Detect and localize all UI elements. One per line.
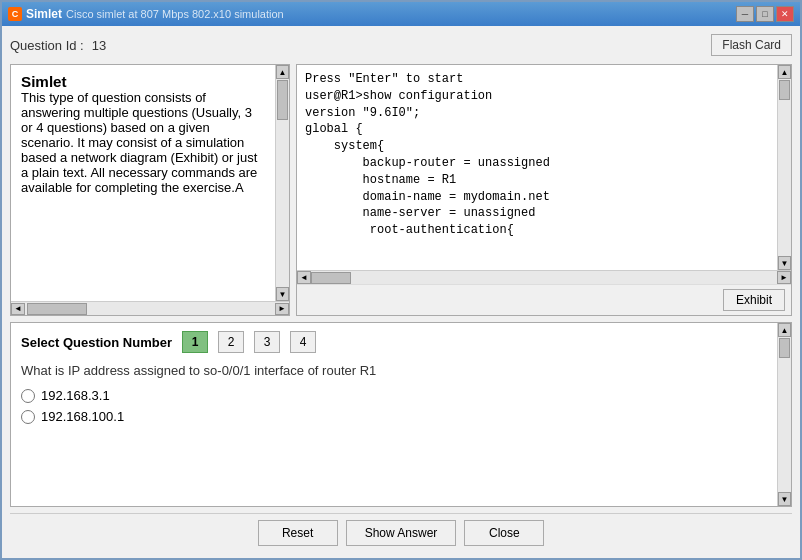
scroll-track (276, 121, 289, 287)
terminal-horizontal-scrollbar[interactable]: ◄ ► (297, 270, 791, 284)
app-icon: C (8, 7, 22, 21)
bottom-scroll-track (778, 337, 791, 492)
middle-section: Simlet This type of question consists of… (10, 64, 792, 316)
radio-label-1: 192.168.3.1 (41, 388, 110, 403)
question-id-value: 13 (92, 38, 106, 53)
maximize-button[interactable]: □ (756, 6, 774, 22)
footer: Reset Show Answer Close (10, 513, 792, 552)
window-title-suffix: Cisco simlet at 807 Mbps 802.x10 simulat… (66, 8, 284, 20)
left-panel: Simlet This type of question consists of… (10, 64, 290, 316)
bottom-scroll-up[interactable]: ▲ (778, 323, 791, 337)
question-id-section: Question Id : 13 (10, 38, 106, 53)
scroll-thumb[interactable] (277, 80, 288, 120)
radio-input-2[interactable] (21, 410, 35, 424)
window-close-button[interactable]: ✕ (776, 6, 794, 22)
left-horizontal-scrollbar[interactable]: ◄ ► (11, 301, 289, 315)
terminal-hscroll-right[interactable]: ► (777, 271, 791, 284)
terminal-area: Press "Enter" to start user@R1>show conf… (297, 65, 791, 270)
question-number-4[interactable]: 4 (290, 331, 316, 353)
title-bar-left: C Simlet Cisco simlet at 807 Mbps 802.x1… (8, 7, 284, 21)
exhibit-bar: Exhibit (297, 284, 791, 315)
question-number-1[interactable]: 1 (182, 331, 208, 353)
question-id-label: Question Id : (10, 38, 84, 53)
scroll-right-button[interactable]: ► (275, 303, 289, 315)
terminal-content[interactable]: Press "Enter" to start user@R1>show conf… (297, 65, 777, 270)
title-bar-controls: ─ □ ✕ (736, 6, 794, 22)
terminal-scroll-thumb[interactable] (779, 80, 790, 100)
terminal-vertical-scrollbar[interactable]: ▲ ▼ (777, 65, 791, 270)
scroll-up-button[interactable]: ▲ (276, 65, 289, 79)
simlet-heading: Simlet (21, 73, 265, 90)
radio-option-2: 192.168.100.1 (21, 409, 767, 424)
radio-input-1[interactable] (21, 389, 35, 403)
content-area: Question Id : 13 Flash Card Simlet This … (2, 26, 800, 558)
radio-option-1: 192.168.3.1 (21, 388, 767, 403)
question-number-2[interactable]: 2 (218, 331, 244, 353)
show-answer-button[interactable]: Show Answer (346, 520, 457, 546)
terminal-scroll-up[interactable]: ▲ (778, 65, 791, 79)
flash-card-button[interactable]: Flash Card (711, 34, 792, 56)
bottom-scroll-thumb[interactable] (779, 338, 790, 358)
bottom-vertical-scrollbar[interactable]: ▲ ▼ (777, 323, 791, 506)
terminal-scroll-track (778, 79, 791, 256)
scroll-down-button[interactable]: ▼ (276, 287, 289, 301)
select-question-label: Select Question Number (21, 335, 172, 350)
close-button[interactable]: Close (464, 520, 544, 546)
left-vertical-scrollbar[interactable]: ▲ ▼ (275, 65, 289, 301)
main-window: C Simlet Cisco simlet at 807 Mbps 802.x1… (0, 0, 802, 560)
terminal-hscroll-thumb[interactable] (311, 272, 351, 284)
question-content: Select Question Number 1 2 3 4 What is I… (11, 323, 777, 506)
left-content: Simlet This type of question consists of… (11, 65, 275, 301)
radio-label-2: 192.168.100.1 (41, 409, 124, 424)
question-number-3[interactable]: 3 (254, 331, 280, 353)
window-title: Simlet (26, 7, 62, 21)
terminal-hscroll-track (311, 271, 777, 284)
minimize-button[interactable]: ─ (736, 6, 754, 22)
terminal-text: Press "Enter" to start user@R1>show conf… (305, 71, 769, 239)
top-bar: Question Id : 13 Flash Card (10, 32, 792, 58)
exhibit-button[interactable]: Exhibit (723, 289, 785, 311)
bottom-scroll-down[interactable]: ▼ (778, 492, 791, 506)
terminal-hscroll-left[interactable]: ◄ (297, 271, 311, 284)
question-text: What is IP address assigned to so-0/0/1 … (21, 363, 767, 378)
hscroll-thumb[interactable] (27, 303, 87, 315)
scroll-left-button[interactable]: ◄ (11, 303, 25, 315)
title-bar: C Simlet Cisco simlet at 807 Mbps 802.x1… (2, 2, 800, 26)
bottom-section: Select Question Number 1 2 3 4 What is I… (10, 322, 792, 507)
left-scrollbar-area: Simlet This type of question consists of… (11, 65, 289, 301)
simlet-description: This type of question consists of answer… (21, 90, 265, 195)
right-panel: Press "Enter" to start user@R1>show conf… (296, 64, 792, 316)
question-header: Select Question Number 1 2 3 4 (21, 331, 767, 353)
terminal-scroll-down[interactable]: ▼ (778, 256, 791, 270)
reset-button[interactable]: Reset (258, 520, 338, 546)
